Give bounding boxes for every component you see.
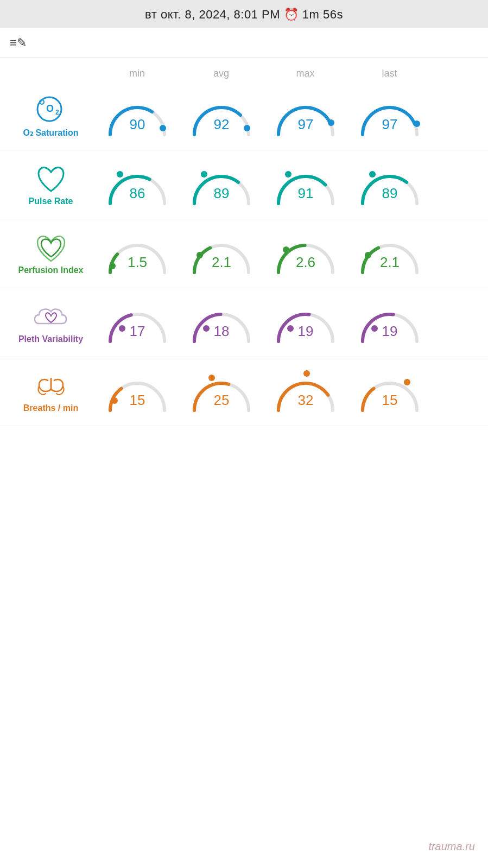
svg-text:15: 15 [382,392,397,408]
svg-point-38 [208,375,215,381]
svg-text:32: 32 [297,392,313,408]
pulse-rate-name: Pulse Rate [29,197,73,206]
svg-text:97: 97 [382,116,397,132]
pleth-variability-label: Pleth Variability [7,301,95,344]
svg-point-14 [201,171,207,178]
o2-saturation-gauges: 90 92 97 [95,91,432,140]
pulse-gauge-last: 89 [347,160,432,209]
pulse-rate-label: Pulse Rate [7,163,95,206]
svg-point-24 [283,246,289,253]
svg-point-32 [287,325,294,332]
breaths-per-min-icon [31,370,71,403]
row-o2-saturation: O 2 O₂ Saturation 90 92 [0,81,488,150]
o2-gauge-max: 97 [263,91,347,140]
svg-text:15: 15 [129,392,145,408]
row-pleth-variability: Pleth Variability 17 18 19 [0,288,488,357]
pi-gauge-max: 2.6 [263,229,347,278]
svg-text:19: 19 [382,323,397,339]
svg-text:25: 25 [213,392,229,408]
svg-point-30 [203,325,210,332]
svg-point-10 [414,121,420,127]
column-headers: min avg max last [95,58,488,81]
svg-point-26 [365,252,371,258]
breaths-per-min-name: Breaths / min [23,403,78,413]
br-gauge-max: 32 [263,367,347,416]
svg-text:17: 17 [129,323,145,339]
row-perfusion-index: Perfusion Index 1.5 2.1 2.6 [0,219,488,288]
breaths-per-min-label: Breaths / min [7,370,95,413]
pulse-gauge-avg: 89 [179,160,263,209]
pi-gauge-avg: 2.1 [179,229,263,278]
o2-gauge-last-svg: 97 [357,91,422,140]
svg-point-20 [109,263,116,269]
svg-point-18 [369,171,376,178]
col-max: max [263,68,347,79]
pleth-variability-gauges: 17 18 19 19 [95,298,432,347]
svg-point-40 [303,370,310,377]
toolbar: ≡✎ [0,28,488,58]
svg-text:18: 18 [213,323,229,339]
svg-point-6 [244,125,250,131]
svg-point-34 [371,325,378,332]
svg-point-42 [404,379,410,385]
o2-saturation-name: O₂ Saturation [23,128,78,138]
svg-point-28 [119,325,125,332]
svg-text:19: 19 [297,323,313,339]
pv-gauge-min: 17 [95,298,179,347]
col-min: min [95,68,179,79]
perfusion-index-label: Perfusion Index [7,232,95,275]
watermark: trauma.ru [428,840,475,853]
svg-text:1.5: 1.5 [127,254,147,270]
o2-gauge-last: 97 [347,91,432,140]
br-gauge-avg: 25 [179,367,263,416]
pulse-gauge-min: 86 [95,160,179,209]
o2-saturation-icon: O 2 [34,94,68,128]
svg-text:O: O [46,103,54,114]
header: вт окт. 8, 2024, 8:01 PM ⏰ 1m 56s [0,0,488,28]
pv-gauge-last: 19 [347,298,432,347]
edit-icon[interactable]: ≡✎ [10,36,27,50]
svg-point-36 [111,397,118,404]
svg-text:2.1: 2.1 [211,254,231,270]
perfusion-index-name: Perfusion Index [18,265,83,275]
pulse-rate-icon [34,163,68,197]
svg-point-16 [285,171,291,178]
header-duration: 1m 56s [302,8,343,21]
svg-point-12 [117,171,123,178]
pulse-gauge-max: 91 [263,160,347,209]
svg-text:2.1: 2.1 [379,254,399,270]
svg-text:86: 86 [129,185,145,201]
pv-gauge-max: 19 [263,298,347,347]
pv-gauge-avg: 18 [179,298,263,347]
o2-gauge-min-svg: 90 [105,91,170,140]
svg-text:90: 90 [129,116,145,132]
pleth-variability-icon [31,301,71,334]
svg-text:89: 89 [382,185,397,201]
o2-gauge-min: 90 [95,91,179,140]
br-gauge-min: 15 [95,367,179,416]
svg-text:97: 97 [297,116,313,132]
perfusion-index-gauges: 1.5 2.1 2.6 2.1 [95,229,432,278]
row-pulse-rate: Pulse Rate 86 89 91 [0,150,488,219]
svg-point-22 [197,252,203,258]
col-avg: avg [179,68,263,79]
pi-gauge-last: 2.1 [347,229,432,278]
br-gauge-last: 15 [347,367,432,416]
svg-text:91: 91 [297,185,313,201]
o2-gauge-avg-svg: 92 [189,91,254,140]
o2-saturation-label: O 2 O₂ Saturation [7,94,95,138]
pi-gauge-min: 1.5 [95,229,179,278]
breaths-per-min-gauges: 15 25 32 15 [95,367,432,416]
svg-text:92: 92 [213,116,229,132]
svg-text:2: 2 [55,109,59,116]
pleth-variability-name: Pleth Variability [18,334,83,344]
o2-gauge-avg: 92 [179,91,263,140]
perfusion-index-icon [32,232,70,265]
col-last: last [347,68,432,79]
svg-text:89: 89 [213,185,229,201]
o2-gauge-max-svg: 97 [273,91,338,140]
svg-point-4 [160,125,166,131]
row-breaths-per-min: Breaths / min 15 25 32 [0,357,488,426]
header-datetime: вт окт. 8, 2024, 8:01 PM [145,8,280,21]
pulse-rate-gauges: 86 89 91 89 [95,160,432,209]
